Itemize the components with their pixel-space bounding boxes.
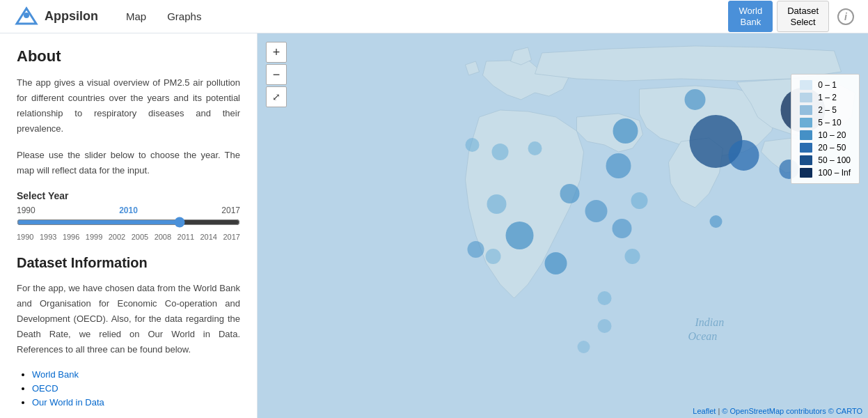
svg-point-15	[613, 219, 632, 238]
legend-label-1-2: 1 – 2	[818, 93, 837, 102]
legend-color-10-20	[800, 130, 812, 140]
legend-item-1-2: 1 – 2	[800, 93, 851, 102]
ocean-label: Indian	[695, 316, 725, 328]
select-year-label: Select Year	[17, 190, 240, 201]
tick-1993: 1993	[40, 233, 56, 241]
link-world-bank[interactable]: World Bank	[32, 369, 79, 380]
tick-1999: 1999	[86, 233, 102, 241]
main-nav: Map Graphs	[126, 8, 728, 25]
year-max-label: 2017	[221, 206, 240, 215]
legend-color-20-50	[800, 143, 812, 153]
legend-label-2-5: 2 – 5	[818, 105, 837, 115]
legend-color-5-10	[800, 118, 812, 127]
link-oecd[interactable]: OECD	[32, 383, 58, 394]
legend-color-2-5	[800, 105, 812, 115]
map-attribution: Leaflet | © OpenStreetMap contributors ©…	[693, 407, 862, 415]
svg-point-23	[598, 291, 612, 305]
svg-point-20	[625, 249, 640, 264]
tick-2002: 2002	[109, 233, 125, 241]
app-logo-icon	[14, 4, 39, 29]
legend-label-100-inf: 100 – Inf	[818, 168, 851, 178]
app-header: Appsilon Map Graphs WorldBank DatasetSel…	[0, 0, 868, 33]
sidebar: About The app gives a visual overview of…	[0, 33, 258, 418]
link-our-world-in-data[interactable]: Our World in Data	[32, 397, 104, 408]
tick-labels: 1990 1993 1996 1999 2002 2005 2008 2011 …	[17, 233, 240, 241]
tick-1990: 1990	[17, 233, 33, 241]
about-paragraph1: The app gives a visual overview of PM2.5…	[17, 75, 240, 137]
map-controls: + − ⤢	[266, 42, 287, 107]
dataset-title: Dataset Information	[17, 255, 240, 271]
svg-point-11	[685, 89, 706, 110]
nav-map[interactable]: Map	[126, 8, 146, 25]
svg-point-25	[578, 341, 590, 353]
main-content: About The app gives a visual overview of…	[0, 33, 868, 418]
svg-point-8	[545, 252, 567, 274]
svg-point-21	[631, 192, 648, 209]
dataset-text: For the app, we have chosen data from th…	[17, 281, 240, 357]
legend-label-10-20: 10 – 20	[818, 130, 846, 140]
osm-link[interactable]: © OpenStreetMap contributors © CARTO	[722, 407, 862, 415]
svg-point-16	[468, 241, 484, 258]
app-logo-text: Appsilon	[45, 9, 98, 24]
tick-1996: 1996	[63, 233, 79, 241]
legend-item-2-5: 2 – 5	[800, 105, 851, 115]
leaflet-link[interactable]: Leaflet	[693, 407, 716, 415]
legend-color-100-inf	[800, 168, 812, 178]
map-legend: 0 – 1 1 – 2 2 – 5 5 – 10 10 – 20 20 – 50	[791, 74, 860, 184]
zoom-out-button[interactable]: −	[266, 64, 287, 85]
about-paragraph2: Please use the slider below to choose th…	[17, 148, 240, 178]
legend-item-0-1: 0 – 1	[800, 80, 851, 90]
legend-label-20-50: 20 – 50	[818, 143, 846, 153]
ocean-label2: Ocean	[688, 330, 718, 342]
about-title: About	[17, 47, 240, 65]
year-range-labels: 1990 2010 2017	[17, 206, 240, 215]
svg-point-10	[606, 153, 631, 178]
year-current-label: 2010	[119, 206, 138, 215]
legend-color-50-100	[800, 155, 812, 165]
legend-item-5-10: 5 – 10	[800, 118, 851, 127]
tab-world-bank[interactable]: WorldBank	[728, 1, 773, 32]
tick-2005: 2005	[132, 233, 148, 241]
legend-item-10-20: 10 – 20	[800, 130, 851, 140]
svg-point-1	[24, 13, 29, 18]
svg-point-18	[492, 144, 509, 160]
svg-point-19	[528, 141, 542, 155]
legend-item-100-inf: 100 – Inf	[800, 168, 851, 178]
legend-item-20-50: 20 – 50	[800, 143, 851, 153]
svg-point-14	[585, 200, 608, 222]
legend-color-0-1	[800, 80, 812, 90]
tick-2017: 2017	[223, 233, 239, 241]
tick-2011: 2011	[177, 233, 194, 241]
map-svg: Indian Ocean	[258, 33, 868, 418]
slider-container	[17, 217, 240, 230]
svg-point-26	[486, 249, 501, 264]
svg-point-5	[729, 140, 759, 171]
year-slider[interactable]	[17, 217, 240, 228]
legend-color-1-2	[800, 93, 812, 102]
header-right: WorldBank DatasetSelect i	[728, 1, 854, 32]
legend-label-50-100: 50 – 100	[818, 155, 851, 165]
svg-point-24	[598, 319, 612, 333]
info-icon[interactable]: i	[837, 8, 854, 25]
svg-point-9	[560, 184, 580, 203]
svg-point-22	[710, 215, 723, 228]
svg-point-13	[487, 194, 507, 214]
tab-dataset-select[interactable]: DatasetSelect	[777, 1, 829, 32]
zoom-in-button[interactable]: +	[266, 42, 287, 63]
tick-2014: 2014	[200, 233, 217, 241]
reset-button[interactable]: ⤢	[266, 86, 287, 107]
svg-point-7	[506, 222, 534, 249]
legend-label-0-1: 0 – 1	[818, 80, 837, 90]
reference-links: World Bank OECD Our World in Data	[17, 369, 240, 408]
tick-2008: 2008	[155, 233, 171, 241]
map-area[interactable]: + − ⤢ 0 – 1 1 – 2 2 – 5 5 – 10	[258, 33, 868, 418]
legend-label-5-10: 5 – 10	[818, 118, 841, 127]
logo-area: Appsilon	[14, 4, 98, 29]
year-min-label: 1990	[17, 206, 35, 215]
svg-point-6	[613, 118, 638, 144]
legend-item-50-100: 50 – 100	[800, 155, 851, 165]
svg-point-17	[466, 138, 480, 152]
nav-graphs[interactable]: Graphs	[167, 8, 201, 25]
